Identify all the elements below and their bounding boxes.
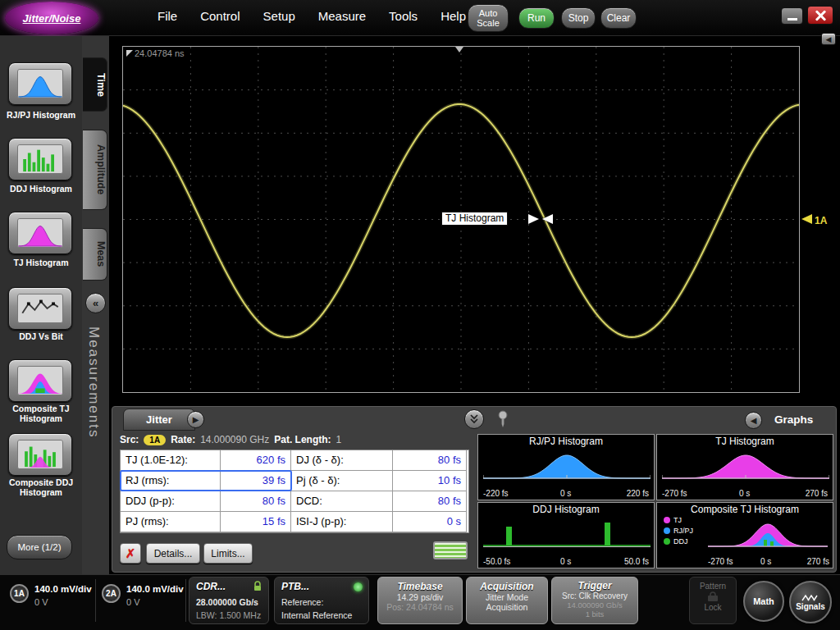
minimize-button[interactable]	[781, 7, 803, 25]
trigger-title: Trigger	[552, 580, 637, 591]
collapse-graphs-button[interactable]: ◀	[821, 33, 836, 45]
result-value[interactable]: 80 fs	[393, 491, 467, 512]
minimize-results-button[interactable]	[464, 409, 484, 429]
result-label[interactable]: RJ (rms):	[121, 471, 221, 491]
acquisition-title: Acquisition	[467, 581, 547, 592]
signals-icon	[801, 594, 819, 602]
result-value[interactable]: 10 fs	[393, 471, 467, 491]
result-label[interactable]: TJ (1.0E-12):	[121, 450, 221, 471]
timebase-reference-flag-icon	[126, 50, 133, 57]
tj-histogram-marker-label[interactable]: TJ Histogram	[441, 212, 508, 226]
sidebar-item-composite-ddj-histogram[interactable]	[8, 433, 72, 476]
channel-1a-marker-label: 1A	[815, 215, 827, 226]
result-label[interactable]: PJ (rms):	[121, 512, 221, 532]
result-value[interactable]: 39 fs	[221, 471, 291, 491]
menu-control[interactable]: Control	[200, 9, 240, 23]
result-value[interactable]: 620 fs	[221, 450, 291, 471]
menu-help[interactable]: Help	[441, 9, 466, 23]
graphs-panel-title: Graphs	[774, 413, 813, 426]
delete-icon: ✗	[126, 546, 136, 561]
result-label[interactable]: DJ (δ - δ):	[291, 450, 393, 471]
sidebar-item-tj-histogram[interactable]	[8, 212, 72, 254]
ddj-vs-bit-icon	[17, 294, 63, 323]
run-button[interactable]: Run	[518, 7, 555, 29]
cdr-lbw: LBW: 1.500 MHz	[196, 610, 261, 620]
trigger-rate: 14.000090 Gb/s	[552, 600, 637, 609]
result-label[interactable]: ISI-J (p-p):	[291, 512, 393, 532]
auto-scale-button[interactable]: Auto Scale	[468, 4, 509, 32]
x-axis-min: -220 fs	[483, 489, 509, 498]
result-value[interactable]: 80 fs	[393, 450, 467, 471]
menu-setup[interactable]: Setup	[263, 9, 295, 23]
close-button[interactable]	[807, 6, 833, 25]
channel-1a-badge[interactable]: 1A	[10, 584, 29, 603]
trigger-bits: 1 bits	[552, 609, 637, 619]
app-window: Jitter/Noise File Control Setup Measure …	[0, 0, 840, 630]
tab-meas[interactable]: Meas	[83, 228, 107, 281]
ddj-histogram-mini-plot	[483, 516, 651, 547]
stop-button[interactable]: Stop	[561, 7, 596, 29]
tj-legend-dot-icon	[664, 517, 670, 523]
sidebar-item-label: RJ/PJ Histogram	[2, 110, 80, 120]
tab-amplitude[interactable]: Amplitude	[83, 130, 107, 210]
trigger-position-marker	[455, 47, 463, 52]
x-axis-min: -270 fs	[662, 489, 687, 498]
timebase-panel[interactable]: Timebase 14.29 ps/div Pos: 24.04784 ns	[377, 577, 463, 624]
x-axis-max: 270 fs	[807, 557, 829, 566]
trigger-source: Src: Clk Recovery	[552, 591, 637, 600]
result-value[interactable]: 0 s	[393, 512, 467, 532]
jitter-run-button[interactable]: ▶	[187, 411, 204, 428]
sidebar-item-ddj-vs-bit[interactable]	[8, 287, 72, 330]
pin-icon[interactable]	[497, 410, 509, 428]
cdr-panel[interactable]: CDR... 28.000000 Gb/s LBW: 1.500 MHz	[189, 577, 269, 624]
sidebar-item-rjpj-histogram[interactable]	[8, 62, 72, 105]
sidebar-item-label: Composite TJ Histogram	[2, 404, 80, 423]
app-title: Jitter/Noise	[23, 12, 81, 25]
result-label[interactable]: DDJ (p-p):	[121, 491, 221, 512]
graph-panel-rjpj-histogram[interactable]: RJ/PJ Histogram -220 fs 0 s 220 fs	[477, 434, 655, 500]
tab-time[interactable]: Time	[83, 57, 107, 112]
composite-tj-mini-plot	[708, 516, 828, 547]
x-axis-min: -270 fs	[708, 557, 733, 566]
graph-panel-ddj-histogram[interactable]: DDJ Histogram -50.0 fs 0 s 50.0 fs	[477, 502, 655, 568]
graph-panel-tj-histogram[interactable]: TJ Histogram -270 fs 0 s 270 fs	[656, 434, 833, 500]
channel-2a-badge[interactable]: 2A	[102, 584, 121, 603]
menu-bar: File Control Setup Measure Tools Help	[158, 9, 466, 23]
lock-icon	[252, 581, 263, 592]
x-axis-mid: 0 s	[560, 489, 571, 498]
math-button[interactable]: Math	[743, 581, 784, 622]
clear-button[interactable]: Clear	[600, 7, 637, 29]
timebase-position: Pos: 24.04784 ns	[378, 602, 462, 612]
menu-measure[interactable]: Measure	[318, 9, 366, 23]
ptb-panel[interactable]: PTB... Reference: Internal Reference	[274, 577, 369, 624]
graphs-back-button[interactable]: ◀	[745, 412, 762, 429]
signals-button[interactable]: Signals	[789, 581, 832, 623]
menu-file[interactable]: File	[158, 9, 177, 23]
acquisition-panel[interactable]: Acquisition Jitter Mode Acquisition	[466, 577, 548, 624]
collapse-sidebar-button[interactable]: «	[85, 293, 106, 313]
marker-arrow-left-icon[interactable]	[542, 214, 553, 224]
acquisition-mode-line1: Jitter Mode	[467, 592, 547, 602]
sidebar-item-label: Composite DDJ Histogram	[2, 477, 80, 497]
graph-title: Composite TJ Histogram	[657, 504, 833, 515]
sidebar-item-ddj-histogram[interactable]	[8, 138, 72, 180]
details-button[interactable]: Details...	[146, 543, 200, 564]
result-label[interactable]: DCD:	[291, 491, 393, 512]
more-measurements-button[interactable]: More (1/2)	[7, 535, 72, 559]
graph-panel-composite-tj-histogram[interactable]: Composite TJ Histogram TJ RJ/PJ DDJ -270…	[656, 502, 833, 568]
limits-button[interactable]: Limits...	[203, 543, 253, 564]
pattern-lock-panel[interactable]: Pattern Lock	[689, 577, 737, 624]
result-label[interactable]: Pj (δ - δ):	[291, 471, 393, 491]
result-value[interactable]: 15 fs	[221, 512, 291, 532]
sidebar-item-composite-tj-histogram[interactable]	[8, 359, 72, 402]
delete-measurement-button[interactable]: ✗	[120, 543, 141, 564]
trigger-panel[interactable]: Trigger Src: Clk Recovery 14.000090 Gb/s…	[551, 577, 638, 624]
result-value[interactable]: 80 fs	[221, 491, 291, 512]
graph-title: RJ/PJ Histogram	[478, 436, 654, 447]
tab-jitter[interactable]: Jitter	[123, 409, 195, 431]
menu-tools[interactable]: Tools	[389, 9, 418, 23]
marker-arrow-right-icon[interactable]	[528, 214, 539, 224]
ddj-legend-dot-icon	[664, 538, 670, 545]
legend-item-tj: TJ	[664, 516, 682, 524]
composite-tj-histogram-icon	[17, 366, 63, 395]
